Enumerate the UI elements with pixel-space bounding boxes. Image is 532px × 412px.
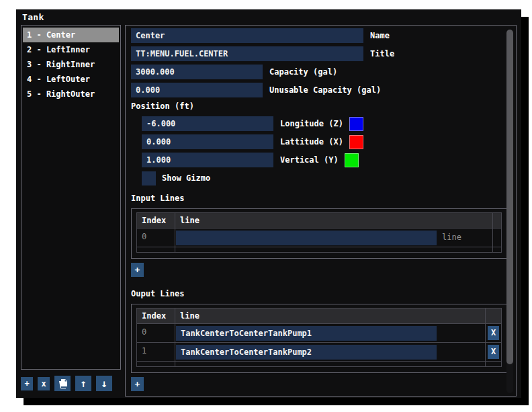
remove-tank-button[interactable]: x bbox=[38, 377, 50, 390]
panel-scrollbar-thumb[interactable] bbox=[506, 30, 513, 364]
show-gizmo-checkbox[interactable] bbox=[142, 171, 156, 186]
input-lines-action-header bbox=[493, 213, 502, 229]
output-line-value-1[interactable] bbox=[176, 345, 437, 360]
title-label: Title bbox=[370, 49, 394, 58]
add-output-line-button[interactable]: + bbox=[131, 377, 144, 391]
show-gizmo-row: Show Gizmo bbox=[142, 171, 509, 186]
input-line-value-0[interactable] bbox=[176, 231, 437, 245]
vertical-color-swatch[interactable] bbox=[345, 153, 359, 167]
vertical-row: Vertical (Y) bbox=[142, 153, 509, 167]
output-line-row-1: 1 X bbox=[137, 343, 502, 362]
sidebar: 1 - Center 2 - LeftInner 3 - RightInner … bbox=[21, 25, 121, 397]
output-line-index-0: 0 bbox=[137, 324, 175, 343]
input-lines-index-header: Index bbox=[137, 213, 175, 229]
tank-list: 1 - Center 2 - LeftInner 3 - RightInner … bbox=[21, 25, 121, 370]
output-lines-heading: Ouput Lines bbox=[131, 288, 509, 299]
output-line-index-1: 1 bbox=[137, 343, 175, 362]
output-lines-table: Index line 0 X 1 bbox=[131, 304, 507, 373]
input-lines-header-row: Index line bbox=[137, 213, 502, 229]
output-lines-line-header: line bbox=[175, 308, 486, 324]
longitude-color-swatch[interactable] bbox=[349, 117, 363, 131]
lattitude-label: Lattitude (X) bbox=[280, 137, 343, 147]
longitude-input[interactable] bbox=[142, 116, 273, 131]
input-line-row-0: 0 line bbox=[137, 229, 502, 247]
output-lines-action-header bbox=[486, 308, 502, 324]
name-input[interactable] bbox=[131, 28, 363, 43]
window-titlebar[interactable]: Tank bbox=[16, 9, 521, 25]
input-lines-heading: Input Lines bbox=[131, 193, 509, 204]
input-line-hint-0: line bbox=[442, 233, 461, 242]
unusable-capacity-label: Unusable Capacity (gal) bbox=[269, 85, 381, 95]
panel-scrollbar[interactable] bbox=[506, 30, 513, 393]
arrow-down-icon: ↓ bbox=[101, 377, 107, 390]
tank-list-item-center[interactable]: 1 - Center bbox=[23, 28, 119, 42]
tank-window: Tank 1 - Center 2 - LeftInner 3 - RightI… bbox=[16, 9, 521, 398]
lattitude-color-swatch[interactable] bbox=[349, 135, 363, 149]
input-line-action-0 bbox=[493, 229, 502, 247]
duplicate-tank-button[interactable] bbox=[54, 376, 71, 391]
show-gizmo-label: Show Gizmo bbox=[162, 173, 210, 183]
longitude-label: Longitude (Z) bbox=[280, 119, 343, 128]
add-input-line-button[interactable]: + bbox=[131, 263, 144, 277]
tank-list-item-leftinner[interactable]: 2 - LeftInner bbox=[23, 42, 119, 57]
capacity-label: Capacity (gal) bbox=[269, 67, 337, 77]
tank-list-item-rightouter[interactable]: 5 - RightOuter bbox=[23, 87, 119, 101]
input-line-index-0: 0 bbox=[137, 229, 175, 247]
position-heading: Position (ft) bbox=[131, 101, 509, 112]
input-lines-spacer-row bbox=[137, 247, 502, 253]
capacity-row: Capacity (gal) bbox=[131, 65, 509, 79]
copy-pages-icon bbox=[58, 378, 68, 389]
sidebar-toolbar: + x ↑ bbox=[21, 376, 121, 391]
longitude-row: Longitude (Z) bbox=[142, 116, 509, 131]
lattitude-row: Lattitude (X) bbox=[142, 134, 509, 149]
window-title: Tank bbox=[22, 12, 44, 22]
lattitude-input[interactable] bbox=[142, 134, 273, 149]
unusable-capacity-row: Unusable Capacity (gal) bbox=[131, 83, 509, 97]
vertical-label: Vertical (Y) bbox=[280, 155, 339, 165]
output-line-action-1: X bbox=[486, 343, 502, 362]
name-row: Name bbox=[131, 28, 509, 43]
unusable-capacity-input[interactable] bbox=[131, 83, 263, 97]
title-row: Title bbox=[131, 46, 509, 61]
arrow-up-icon: ↑ bbox=[80, 377, 87, 390]
output-lines-index-header: Index bbox=[137, 308, 175, 324]
output-lines-spacer-row bbox=[137, 362, 502, 367]
output-lines-header-row: Index line bbox=[137, 308, 502, 324]
tank-properties-panel: Name Title Capacity (gal) Unusable Capac… bbox=[125, 25, 517, 397]
move-down-button[interactable]: ↓ bbox=[96, 376, 112, 391]
window-content: 1 - Center 2 - LeftInner 3 - RightInner … bbox=[16, 25, 521, 397]
tank-list-item-rightinner[interactable]: 3 - RightInner bbox=[23, 57, 119, 72]
move-up-button[interactable]: ↑ bbox=[75, 376, 91, 391]
name-label: Name bbox=[370, 31, 390, 40]
capacity-input[interactable] bbox=[131, 65, 263, 79]
output-line-action-0: X bbox=[486, 324, 502, 343]
output-line-row-0: 0 X bbox=[137, 324, 502, 343]
tank-list-item-leftouter[interactable]: 4 - LeftOuter bbox=[23, 72, 119, 87]
title-input[interactable] bbox=[131, 46, 363, 61]
remove-output-line-0-button[interactable]: X bbox=[488, 326, 499, 340]
add-tank-button[interactable]: + bbox=[21, 377, 33, 390]
page-background: Tank 1 - Center 2 - LeftInner 3 - RightI… bbox=[0, 0, 532, 412]
input-lines-line-header: line bbox=[175, 213, 493, 229]
remove-output-line-1-button[interactable]: X bbox=[488, 345, 499, 359]
output-line-value-0[interactable] bbox=[176, 326, 437, 341]
input-lines-table: Index line 0 line bbox=[131, 208, 507, 259]
vertical-input[interactable] bbox=[142, 153, 273, 167]
